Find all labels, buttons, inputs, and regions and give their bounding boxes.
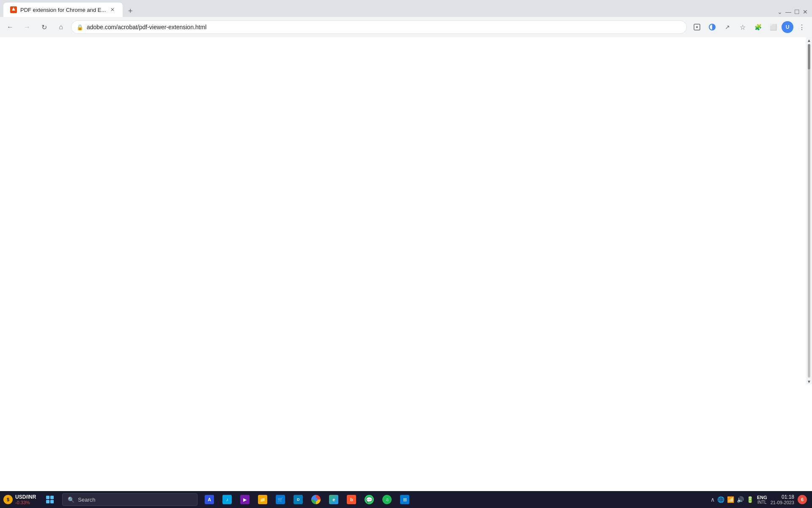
back-button[interactable]: ←	[3, 20, 17, 34]
currency-widget[interactable]: $ USD/INR -0.33%	[0, 493, 39, 506]
tab-close-icon[interactable]: ✕	[109, 6, 116, 13]
scrollbar-thumb[interactable]	[808, 44, 810, 69]
browser-toolbar: ← → ↻ ⌂ 🔒 adobe.com/acrobat/pdf-viewer-e…	[0, 17, 812, 37]
taskbar-search-bar[interactable]: 🔍 Search	[62, 493, 198, 506]
taskbar-app-spotify[interactable]: ♫	[379, 491, 395, 508]
tab-favicon	[10, 6, 17, 13]
taskbar-app-brave[interactable]: b	[343, 491, 360, 508]
taskbar-app-whatsapp[interactable]: 💬	[361, 491, 378, 508]
language-indicator[interactable]: ENG INTL	[757, 495, 767, 505]
scrollbar-up-arrow[interactable]: ▲	[806, 37, 812, 43]
taskbar-search-text: Search	[78, 497, 95, 503]
lock-icon: 🔒	[77, 24, 83, 30]
tray-up-arrow-icon[interactable]: ∧	[710, 496, 715, 503]
home-button[interactable]: ⌂	[54, 20, 68, 34]
system-clock[interactable]: 01:18 21-09-2023	[771, 494, 794, 505]
new-tab-button[interactable]: +	[124, 5, 136, 17]
browser-tab-bar: PDF extension for Chrome and E... ✕ + ⌄ …	[0, 0, 812, 37]
taskbar-app-acrobat[interactable]: A	[201, 491, 218, 508]
taskbar-app-windows-store[interactable]: ⊞	[396, 491, 413, 508]
browser-toolbar-actions: ↗ ☆ 🧩 ⬜ U ⋮	[690, 20, 809, 34]
profile-avatar[interactable]: U	[782, 21, 793, 33]
extensions-icon[interactable]: 🧩	[751, 20, 765, 34]
google-icon[interactable]	[705, 20, 719, 34]
tray-wifi-icon[interactable]: 📶	[727, 496, 734, 503]
extension-icon[interactable]	[690, 20, 704, 34]
split-view-icon[interactable]: ⬜	[766, 20, 780, 34]
tray-battery-icon[interactable]: 🔋	[746, 496, 754, 503]
browser-chrome: PDF extension for Chrome and E... ✕ + ⌄ …	[0, 0, 812, 37]
page-scrollbar[interactable]: ▲ ▼	[806, 37, 812, 384]
tray-volume-icon[interactable]: 🔊	[737, 496, 744, 503]
taskbar-app-files[interactable]: 📁	[254, 491, 271, 508]
taskbar-app-store[interactable]: 🛒	[272, 491, 289, 508]
notification-badge[interactable]: 6	[798, 495, 807, 504]
svg-point-1	[696, 26, 698, 28]
windows-start-button[interactable]	[39, 491, 60, 508]
currency-change: -0.33%	[15, 500, 36, 505]
share-icon[interactable]: ↗	[721, 20, 734, 34]
maximize-icon[interactable]: ☐	[793, 8, 800, 15]
active-tab[interactable]: PDF extension for Chrome and E... ✕	[3, 3, 123, 17]
tab-list-icon[interactable]: ⌄	[776, 8, 783, 15]
taskbar-tray-icons: ∧ 🌐 📶 🔊 🔋	[710, 496, 754, 503]
refresh-button[interactable]: ↻	[37, 20, 51, 34]
clock-date: 21-09-2023	[771, 500, 794, 505]
taskbar-app-music[interactable]: ♪	[219, 491, 236, 508]
taskbar-app-chrome[interactable]	[307, 491, 324, 508]
minimize-icon[interactable]: —	[785, 8, 792, 15]
bookmark-icon[interactable]: ☆	[736, 20, 749, 34]
taskbar-app-video[interactable]: ▶	[236, 491, 253, 508]
tray-network-icon[interactable]: 🌐	[717, 496, 724, 503]
chrome-menu-icon[interactable]: ⋮	[795, 20, 809, 34]
scrollbar-down-arrow[interactable]: ▼	[806, 378, 812, 384]
windows-logo-icon	[46, 496, 54, 503]
address-text: adobe.com/acrobat/pdf-viewer-extension.h…	[87, 24, 681, 30]
taskbar-app-dell[interactable]: D	[290, 491, 307, 508]
close-browser-icon[interactable]: ✕	[802, 8, 809, 15]
currency-pair: USD/INR	[15, 494, 36, 500]
taskbar: $ USD/INR -0.33% 🔍 Search A ♪ ▶ 📁	[0, 491, 812, 508]
clock-time: 01:18	[771, 494, 794, 500]
taskbar-system-area: ∧ 🌐 📶 🔊 🔋 ENG INTL 01:18 21-09-2023 6	[710, 494, 812, 505]
forward-button[interactable]: →	[20, 20, 34, 34]
taskbar-app-edge[interactable]: e	[325, 491, 342, 508]
scrollbar-track[interactable]	[808, 44, 810, 378]
search-icon: 🔍	[68, 497, 74, 503]
tab-title: PDF extension for Chrome and E...	[20, 7, 106, 13]
taskbar-apps: A ♪ ▶ 📁 🛒 D e b 💬 ♫	[199, 491, 415, 508]
currency-icon: $	[3, 495, 13, 504]
address-bar[interactable]: 🔒 adobe.com/acrobat/pdf-viewer-extension…	[71, 20, 687, 34]
